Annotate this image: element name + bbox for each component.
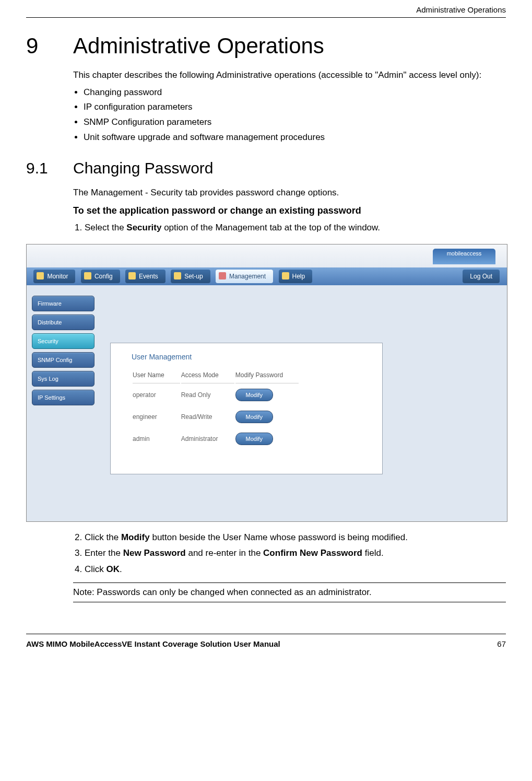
table-row: operator Read Only Modify <box>133 384 299 405</box>
step-bold: Security <box>126 223 161 232</box>
col-modify-password: Modify Password <box>235 367 299 383</box>
chapter-number: 9 <box>26 33 73 59</box>
tab-setup[interactable]: Set-up <box>171 270 210 283</box>
modify-button[interactable]: Modify <box>235 433 273 445</box>
step-text: . <box>120 564 122 574</box>
step-bold: Confirm New Password <box>263 548 362 558</box>
cell-mode: Read/Write <box>181 406 234 427</box>
step-text: field. <box>362 548 384 558</box>
page-footer: AWS MIMO MobileAccessVE Instant Coverage… <box>26 634 506 648</box>
tab-label: Monitor <box>47 273 68 280</box>
help-icon <box>282 272 289 279</box>
section-title: Changing Password <box>73 159 214 177</box>
procedure-steps: Select the Security option of the Manage… <box>73 222 506 235</box>
step-bold: New Password <box>123 548 186 558</box>
cell-user: engineer <box>133 406 180 427</box>
intro-paragraph: This chapter describes the following Adm… <box>73 69 506 82</box>
col-access-mode: Access Mode <box>181 367 234 383</box>
app-body: Firmware Distribute Security SNMP Config… <box>27 285 507 521</box>
chapter-title: Administrative Operations <box>73 33 324 59</box>
app-menubar: Monitor Config Events Set-up Management … <box>27 267 507 286</box>
tab-label: Help <box>292 273 305 280</box>
cell-mode: Administrator <box>181 428 234 449</box>
modify-button[interactable]: Modify <box>235 411 273 423</box>
tab-config[interactable]: Config <box>81 270 120 283</box>
table-header-row: User Name Access Mode Modify Password <box>133 367 299 383</box>
bullet-item: Unit software upgrade and software manag… <box>84 131 506 144</box>
step-text: Click the <box>85 532 121 542</box>
sidebar-item-firmware[interactable]: Firmware <box>32 296 94 311</box>
section-heading: 9.1 Changing Password <box>26 159 506 177</box>
config-icon <box>84 272 91 279</box>
management-icon <box>219 272 226 279</box>
step-item: Select the Security option of the Manage… <box>85 222 506 235</box>
sidebar-item-security[interactable]: Security <box>32 333 94 349</box>
table-row: engineer Read/Write Modify <box>133 406 299 427</box>
tab-label: Set-up <box>184 273 203 280</box>
step-text: and re-enter in the <box>186 548 263 558</box>
bullet-item: Changing password <box>84 86 506 99</box>
brand-logo-text: mobileaccess <box>447 250 482 257</box>
modify-button[interactable]: Modify <box>235 389 273 401</box>
tab-monitor[interactable]: Monitor <box>33 270 75 283</box>
sidebar-item-ip-settings[interactable]: IP Settings <box>32 390 94 405</box>
chapter-heading: 9 Administrative Operations <box>26 33 506 59</box>
step-bold: Modify <box>121 532 150 542</box>
tab-help[interactable]: Help <box>279 270 313 283</box>
tab-management[interactable]: Management <box>216 270 273 283</box>
user-table: User Name Access Mode Modify Password op… <box>132 366 300 450</box>
sidebar-item-sys-log[interactable]: Sys Log <box>32 371 94 387</box>
tab-label: Events <box>139 273 158 280</box>
app-topbar: mobileaccess <box>27 244 507 268</box>
cell-mode: Read Only <box>181 384 234 405</box>
procedure-steps-cont: Click the Modify button beside the User … <box>73 531 506 576</box>
tab-label: Config <box>94 273 113 280</box>
table-row: admin Administrator Modify <box>133 428 299 449</box>
step-text: option of the Management tab at the top … <box>161 223 380 232</box>
sidebar-item-distribute[interactable]: Distribute <box>32 314 94 330</box>
note-block: Note: Passwords can only be changed when… <box>73 582 506 602</box>
step-bold: OK <box>107 564 120 574</box>
procedure-title: To set the application password or chang… <box>73 204 506 217</box>
panel-title: User Management <box>132 353 382 361</box>
sidebar-item-snmp-config[interactable]: SNMP Config <box>32 352 94 368</box>
bullet-item: SNMP Configuration parameters <box>84 116 506 129</box>
intro-bullet-list: Changing password IP configuration param… <box>73 86 506 144</box>
app-screenshot: mobileaccess Monitor Config Events Set-u… <box>26 244 507 522</box>
section-intro: The Management - Security tab provides p… <box>73 186 506 200</box>
step-item: Click OK. <box>85 563 506 576</box>
footer-page-number: 67 <box>497 639 506 648</box>
step-text: Enter the <box>85 548 123 558</box>
cell-user: operator <box>133 384 180 405</box>
step-item: Enter the New Password and re-enter in t… <box>85 547 506 560</box>
cell-user: admin <box>133 428 180 449</box>
setup-icon <box>174 272 181 279</box>
events-icon <box>128 272 136 279</box>
page-header-title: Administrative Operations <box>26 5 506 18</box>
brand-logo: mobileaccess <box>433 249 495 264</box>
footer-manual-title: AWS MIMO MobileAccessVE Instant Coverage… <box>26 639 280 648</box>
step-text: Click <box>85 564 107 574</box>
section-number: 9.1 <box>26 159 73 177</box>
user-management-panel: User Management User Name Access Mode Mo… <box>110 343 383 474</box>
sidebar: Firmware Distribute Security SNMP Config… <box>32 296 94 409</box>
step-item: Click the Modify button beside the User … <box>85 531 506 544</box>
step-text: button beside the User Name whose passwo… <box>150 532 408 542</box>
monitor-icon <box>37 272 44 279</box>
col-user-name: User Name <box>133 367 180 383</box>
tab-label: Management <box>229 273 266 280</box>
logout-button[interactable]: Log Out <box>463 270 500 283</box>
step-text: Select the <box>85 223 126 232</box>
bullet-item: IP configuration parameters <box>84 101 506 114</box>
tab-events[interactable]: Events <box>125 270 165 283</box>
